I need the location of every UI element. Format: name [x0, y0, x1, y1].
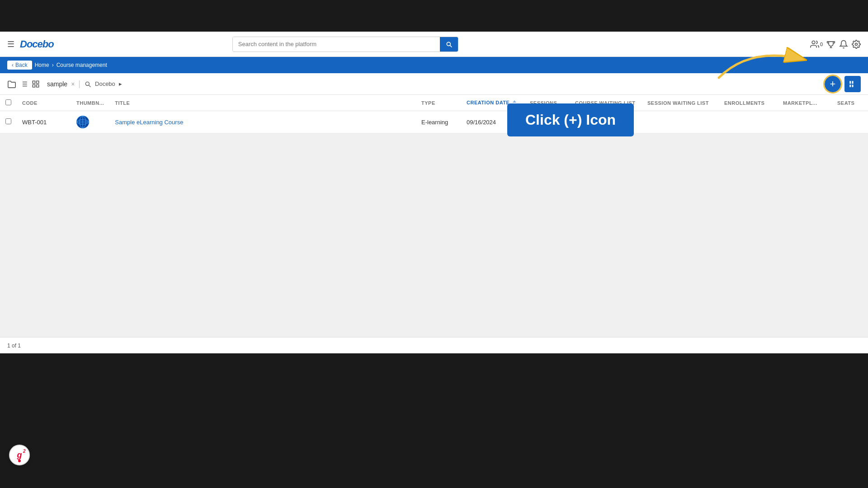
breadcrumb-home[interactable]: Home — [35, 62, 49, 68]
folder-button[interactable] — [7, 80, 16, 88]
search-input[interactable] — [233, 37, 440, 51]
hamburger-button[interactable]: ☰ — [7, 39, 14, 49]
col-header-sessions: SESSIONS — [524, 95, 570, 111]
col-header-enrollments: ENROLLMENTS — [719, 95, 778, 111]
list-view-button[interactable] — [20, 80, 28, 88]
course-sessions — [524, 111, 570, 133]
search-icon — [445, 41, 453, 48]
col-header-marketplace: MARKETPL... — [778, 95, 832, 111]
col-header-thumbnail: THUMBN... — [71, 95, 109, 111]
table-header: CODE THUMBN... TITLE TYPE CREATION DATE … — [0, 95, 868, 111]
breadcrumb-bar: ‹ Back Home › Course management — [0, 57, 868, 73]
toolbar-right: + — [825, 76, 861, 92]
table-row: WBT-001 — [0, 111, 868, 133]
col-header-type: TYPE — [416, 95, 461, 111]
search-bar — [232, 37, 458, 52]
thumbnail-globe-icon — [76, 116, 89, 128]
col-header-course-waiting: COURSE WAITING LIST — [570, 95, 642, 111]
top-right-icons: 0 — [810, 40, 861, 49]
course-waiting-list — [570, 111, 642, 133]
users-icon — [810, 40, 819, 49]
row-checkbox[interactable] — [5, 118, 11, 124]
session-waiting-list — [642, 111, 719, 133]
course-creation-date: 09/16/2024 — [461, 111, 524, 133]
bell-icon — [839, 40, 848, 49]
courses-table: CODE THUMBN... TITLE TYPE CREATION DATE … — [0, 95, 868, 133]
svg-line-13 — [89, 85, 90, 87]
col-header-title: TITLE — [109, 95, 416, 111]
svg-point-0 — [812, 41, 815, 44]
trophy-icon — [826, 40, 835, 49]
course-title: Sample eLearning Course — [109, 111, 416, 133]
users-count: 0 — [820, 42, 823, 47]
g2-superscript: 2 — [23, 449, 26, 454]
pagination-bar: 1 of 1 — [0, 337, 868, 353]
svg-rect-9 — [37, 81, 39, 83]
settings-icon — [852, 40, 861, 49]
col-header-code: CODE — [17, 95, 71, 111]
svg-rect-11 — [37, 84, 39, 87]
settings-button[interactable] — [852, 40, 861, 49]
folder-name: sample — [47, 80, 67, 88]
sort-icon — [512, 100, 517, 106]
breadcrumb-separator: › — [52, 62, 54, 68]
clear-folder-button[interactable]: × — [71, 80, 75, 88]
svg-rect-10 — [33, 84, 35, 87]
toolbar: sample × | Docebo ▸ — [0, 73, 868, 95]
course-code: WBT-001 — [17, 111, 71, 133]
toggle-icon — [849, 80, 857, 88]
g2-dot — [18, 460, 21, 462]
breadcrumb-current: Course management — [57, 62, 107, 68]
back-label: Back — [15, 62, 28, 68]
toolbar-search-button[interactable] — [84, 80, 91, 88]
course-seats — [832, 111, 868, 133]
back-arrow-icon: ‹ — [12, 62, 14, 68]
col-header-date[interactable]: CREATION DATE — [461, 95, 524, 111]
grid-view-button[interactable] — [32, 80, 40, 88]
search-button[interactable] — [440, 37, 458, 52]
svg-rect-17 — [849, 84, 851, 87]
table-body: WBT-001 — [0, 111, 868, 133]
svg-point-12 — [85, 82, 89, 85]
main-content: sample × | Docebo ▸ — [0, 73, 868, 353]
catalog-label: Docebo — [95, 80, 115, 87]
topbar: ☰ Docebo 0 — [0, 32, 868, 57]
pagination-label: 1 of 1 — [7, 343, 21, 349]
add-course-button[interactable]: + — [825, 76, 841, 92]
col-header-seats: SEATS — [832, 95, 868, 111]
select-all-checkbox[interactable] — [5, 99, 11, 105]
course-type: E-learning — [416, 111, 461, 133]
catalog-arrow-icon: ▸ — [119, 80, 122, 87]
svg-rect-15 — [849, 81, 851, 84]
g2-text: g 2 — [17, 450, 22, 460]
grid-icon — [32, 80, 40, 88]
toolbar-search-icon — [84, 80, 91, 88]
svg-rect-8 — [33, 81, 35, 83]
course-title-link[interactable]: Sample eLearning Course — [115, 119, 183, 126]
toolbar-separator: | — [78, 79, 80, 89]
course-thumbnail — [71, 111, 109, 133]
svg-point-1 — [855, 43, 858, 45]
logo: Docebo — [20, 38, 54, 50]
table-container: CODE THUMBN... TITLE TYPE CREATION DATE … — [0, 95, 868, 133]
trophy-button[interactable] — [826, 40, 835, 49]
logo-text: Docebo — [20, 38, 54, 50]
g2-badge[interactable]: g 2 — [9, 445, 30, 465]
back-button[interactable]: ‹ Back — [7, 61, 32, 70]
notifications-button[interactable] — [839, 40, 848, 49]
list-icon — [20, 80, 28, 88]
svg-rect-16 — [852, 81, 854, 84]
users-button[interactable]: 0 — [810, 40, 823, 49]
folder-icon — [7, 80, 16, 88]
course-marketplace — [778, 111, 832, 133]
view-toggle-button[interactable] — [844, 76, 861, 92]
svg-rect-18 — [852, 84, 854, 87]
course-enrollments — [719, 111, 778, 133]
col-header-session-waiting: SESSION WAITING LIST — [642, 95, 719, 111]
